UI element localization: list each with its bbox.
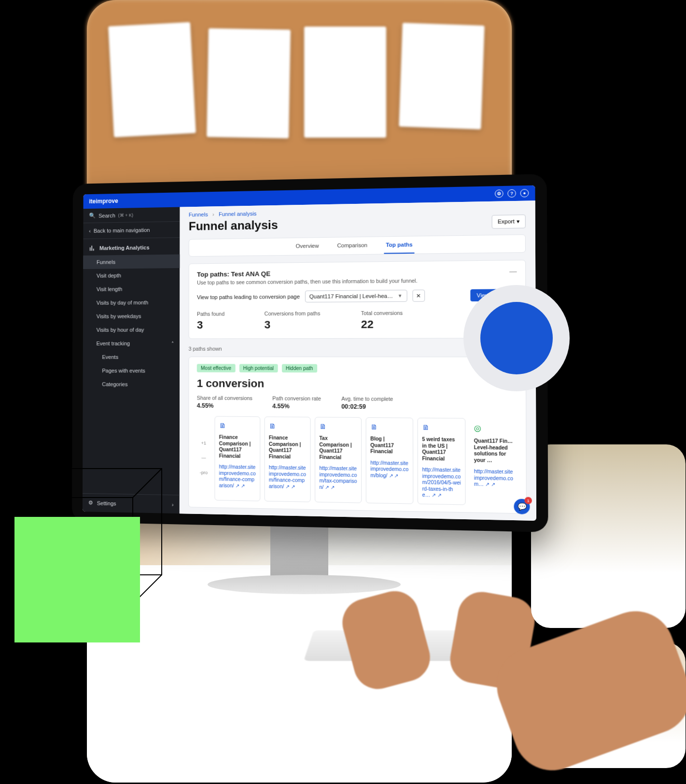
pinned-paper [304, 27, 386, 138]
tab-top-paths[interactable]: Top paths [384, 236, 415, 254]
chat-fab[interactable]: 💬 1 [514, 499, 530, 514]
stat-total-conversions: Total conversions 22 [361, 310, 403, 331]
path-step-card[interactable]: 🗎 5 weird taxes in the US | Quant117 Fin… [418, 418, 466, 505]
chevron-left-icon: ‹ [89, 228, 91, 234]
stat-conversions-from-paths: Conversions from paths 3 [265, 310, 321, 331]
path-step-url[interactable]: http://master.siteimprovedemo.com/financ… [219, 464, 256, 489]
chevron-down-icon: ▼ [398, 293, 403, 298]
export-button[interactable]: Export ▾ [492, 214, 526, 228]
path-step-url[interactable]: http://master.siteimprovedemo.com/2016/0… [422, 467, 461, 499]
close-icon: ✕ [416, 292, 421, 299]
sidebar-section-header: Marketing Analytics [83, 238, 180, 256]
chevron-right-icon: › [172, 501, 174, 507]
path-step-url[interactable]: http://master.siteimprovedemo.com… ↗ [474, 469, 513, 488]
path-step-card[interactable]: 🗎 Finance Comparison | Quant117 Financia… [214, 416, 260, 501]
search-shortcut: (⌘ + K) [118, 213, 133, 218]
pinned-paper [108, 22, 196, 138]
sidebar-search[interactable]: 🔍 Search (⌘ + K) [83, 207, 180, 223]
path-goal-card[interactable]: ◎ Quant117 Fin… Level-headed solutions f… [470, 418, 518, 506]
sidebar-item-events[interactable]: Events [83, 350, 180, 364]
page-icon: 🗎 [219, 422, 256, 430]
badge-high-potential: High potential [239, 364, 278, 372]
photo-backdrop-side [531, 444, 686, 628]
pinned-paper [399, 23, 484, 129]
sidebar-item-event-tracking[interactable]: Event tracking ˄ [83, 337, 180, 350]
path-step-card[interactable]: 🗎 Blog | Quant117 Financial http://maste… [366, 417, 414, 504]
sidebar-item-visit-depth[interactable]: Visit depth [83, 268, 180, 283]
page-icon: 🗎 [319, 422, 357, 430]
decor-blue-dot [463, 285, 570, 391]
path-step-url[interactable]: http://master.siteimprovedemo.com/tax-co… [319, 465, 357, 491]
conversion-title: 1 conversion [197, 377, 518, 392]
chevron-up-icon: ˄ [171, 341, 174, 346]
pinned-paper [207, 29, 291, 139]
gear-icon[interactable]: ⚙ [495, 189, 504, 198]
search-icon: 🔍 [89, 213, 96, 219]
notification-badge: 1 [524, 497, 532, 504]
metric-rate: Path conversion rate 4.55% [272, 395, 321, 410]
path-flow: +1 — -pro 🗎 Finance Comparison | Quant11… [197, 416, 518, 506]
brand-name: iteimprove [89, 198, 118, 205]
tab-comparison[interactable]: Comparison [335, 237, 369, 255]
sidebar-item-visits-dom[interactable]: Visits by day of month [83, 296, 180, 310]
path-left-stub: +1 — -pro [197, 416, 211, 500]
sidebar-item-pages-with-events[interactable]: Pages with events [83, 364, 180, 378]
top-paths-heading: Top paths: Test ANA QE [197, 268, 517, 278]
user-icon[interactable]: ● [520, 189, 529, 197]
stat-paths-found: Paths found 3 [197, 311, 224, 331]
page-icon: 🗎 [422, 423, 461, 431]
monitor-stand-base [208, 575, 401, 594]
chat-icon: 💬 [518, 502, 527, 511]
page-icon: 🗎 [269, 422, 306, 430]
top-paths-subheading: Use top paths to see common conversion p… [197, 277, 517, 285]
goal-icon: ◎ [474, 423, 513, 433]
conversion-page-select[interactable]: Quant117 Financial | Level-hea… ▼ [305, 290, 407, 302]
page-title: Funnel analysis [189, 218, 278, 233]
chart-icon [89, 245, 96, 252]
decor-green-square [14, 517, 140, 642]
badge-hidden-path: Hidden path [282, 364, 317, 373]
filter-label: View top paths leading to conversion pag… [197, 294, 300, 300]
badge-most-effective: Most effective [197, 364, 235, 372]
sidebar-item-funnels[interactable]: Funnels [83, 255, 180, 269]
page-icon: 🗎 [370, 423, 408, 431]
collapse-button[interactable]: — [509, 268, 517, 275]
sidebar-item-visits-hour[interactable]: Visits by hour of day [83, 323, 180, 337]
sidebar-item-categories[interactable]: Categories [83, 377, 180, 391]
path-step-card[interactable]: 🗎 Tax Comparison | Quant117 Financial ht… [315, 417, 362, 503]
help-icon[interactable]: ? [507, 189, 516, 198]
tab-overview[interactable]: Overview [294, 238, 321, 255]
sidebar-item-visit-length[interactable]: Visit length [83, 282, 180, 296]
conversion-path-card: Most effective High potential Hidden pat… [188, 356, 527, 513]
breadcrumb-link[interactable]: Funnels [189, 212, 208, 218]
path-step-url[interactable]: http://master.siteimprovedemo.com/blog/ … [370, 460, 408, 479]
breadcrumb-current: Funnel analysis [219, 211, 257, 217]
metric-share: Share of all conversions 4.55% [197, 395, 252, 409]
metric-time: Avg. time to complete 00:02:59 [341, 396, 393, 411]
path-step-url[interactable]: http://master.siteimprovedemo.com/financ… [269, 465, 306, 490]
path-step-card[interactable]: 🗎 Finance Comparison | Quant117 Financia… [265, 416, 311, 502]
clear-filter-button[interactable]: ✕ [412, 290, 425, 302]
sidebar-item-visits-weekday[interactable]: Visits by weekdays [83, 309, 180, 323]
search-label: Search [98, 213, 115, 219]
chevron-down-icon: ▾ [517, 218, 520, 225]
back-to-main-nav[interactable]: ‹ Back to main navigation [83, 221, 180, 239]
